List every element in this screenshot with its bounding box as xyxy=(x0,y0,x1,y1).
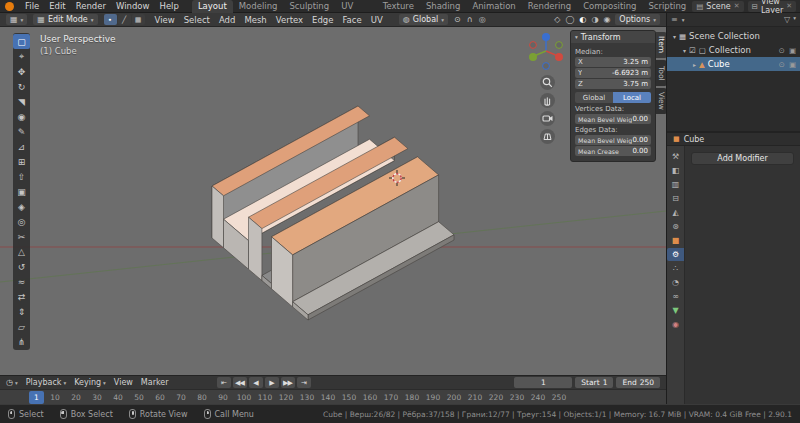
frame-start-field[interactable]: Start 1 xyxy=(575,377,613,388)
gizmo-y-axis[interactable] xyxy=(529,53,537,61)
workspace-tab-compositing[interactable]: Compositing xyxy=(577,0,642,13)
workspace-tab-sculpting[interactable]: Sculpting xyxy=(283,0,335,13)
global-button[interactable]: Global xyxy=(575,92,613,103)
3d-viewport[interactable]: User Perspective (1) Cube ▢ ⌖ ✥ ↻ ◥ ◉ ✎ … xyxy=(0,27,666,375)
menu-face[interactable]: Face xyxy=(343,15,362,25)
scene-unlink-icon[interactable]: ✕ xyxy=(734,2,740,10)
menu-view[interactable]: View xyxy=(155,15,175,25)
tool-inset-faces[interactable]: ▣ xyxy=(13,184,30,199)
median-y-field[interactable]: Y -6.6923 m xyxy=(575,68,651,78)
outliner-row-scene-collection[interactable]: ▾ ▦ Scene Collection xyxy=(667,29,800,43)
edge-select-button[interactable]: ╱ xyxy=(118,14,131,25)
sidebar-tab-tool[interactable]: Tool xyxy=(656,60,666,86)
mesh-face-wall-b-endcap[interactable] xyxy=(249,217,262,280)
menu-render[interactable]: Render xyxy=(71,0,111,13)
menu-uv[interactable]: UV xyxy=(371,15,383,25)
tab-object[interactable]: ■ xyxy=(667,234,684,247)
view-layer-selector[interactable]: ⊟ View Layer ✕ xyxy=(748,1,796,12)
tab-material[interactable]: ◉ xyxy=(667,318,684,331)
shading-material-icon[interactable]: ◑ xyxy=(591,15,598,24)
pivot-point-icon[interactable]: ⊙ xyxy=(454,15,461,24)
tool-move[interactable]: ✥ xyxy=(13,64,30,79)
tab-physics[interactable]: ◔ xyxy=(667,276,684,289)
orientation-dropdown[interactable]: ◍ Global ▾ xyxy=(399,14,448,25)
sidebar-tab-item[interactable]: Item xyxy=(656,32,666,58)
jump-to-end-button[interactable]: ⇥ xyxy=(297,377,311,388)
tool-shear[interactable]: ▱ xyxy=(13,319,30,334)
keying-menu[interactable]: Keying ▾ xyxy=(74,378,106,387)
mesh-face-wall-a-endcap[interactable] xyxy=(212,186,224,248)
vertex-select-button[interactable]: ∙ xyxy=(104,14,117,25)
3d-model[interactable] xyxy=(0,27,666,375)
tool-scale[interactable]: ◥ xyxy=(13,94,30,109)
menu-help[interactable]: Help xyxy=(154,0,183,13)
blender-logo-icon[interactable] xyxy=(5,2,14,11)
tab-constraints[interactable]: ∞ xyxy=(667,290,684,303)
workspace-tab-animation[interactable]: Animation xyxy=(466,0,521,13)
playback-menu[interactable]: Playback ▾ xyxy=(26,378,66,387)
expand-arrow-icon[interactable]: ▾ xyxy=(683,47,686,54)
shading-rendered-icon[interactable]: ◉ xyxy=(603,15,610,24)
marker-menu[interactable]: Marker xyxy=(141,378,169,387)
options-dropdown[interactable]: Options ▾ xyxy=(615,14,660,25)
snap-magnet-icon[interactable]: ∩ xyxy=(467,15,473,24)
proportional-editing-icon[interactable]: ◎ xyxy=(479,15,486,24)
tab-object-data[interactable]: ▼ xyxy=(667,304,684,317)
eye-icon[interactable]: ⊙ xyxy=(779,60,785,69)
tab-output[interactable]: ▥ xyxy=(667,178,684,191)
expand-arrow-icon[interactable]: ▸ xyxy=(693,61,696,68)
vertex-bevel-weight-field[interactable]: Mean Bevel Weight: 0.00 xyxy=(575,114,651,124)
navigation-gizmo[interactable] xyxy=(524,29,568,73)
workspace-tab-shading[interactable]: Shading xyxy=(420,0,467,13)
tool-transform[interactable]: ◉ xyxy=(13,109,30,124)
tool-select-box[interactable]: ▢ xyxy=(13,34,30,49)
gizmo-z-negative[interactable] xyxy=(543,63,550,70)
local-button[interactable]: Local xyxy=(613,92,651,103)
tab-render[interactable]: ◧ xyxy=(667,164,684,177)
tab-particles[interactable]: ∴ xyxy=(667,262,684,275)
eye-icon[interactable]: ⊙ xyxy=(779,46,785,55)
menu-window[interactable]: Window xyxy=(111,0,155,13)
frame-end-field[interactable]: End 250 xyxy=(616,377,660,388)
tool-shrink-fatten[interactable]: ⇕ xyxy=(13,304,30,319)
timeline-editor-icon[interactable]: ◷ ▾ xyxy=(6,378,18,387)
median-z-field[interactable]: Z 3.75 m xyxy=(575,79,651,89)
gizmo-x-negative[interactable] xyxy=(530,42,537,49)
previous-keyframe-button[interactable]: ◀◀ xyxy=(233,377,247,388)
shading-solid-icon[interactable]: ◐ xyxy=(579,15,586,24)
menu-edge[interactable]: Edge xyxy=(312,15,333,25)
render-visibility-icon[interactable]: ▣ xyxy=(789,46,796,55)
workspace-tab-modeling[interactable]: Modeling xyxy=(233,0,284,13)
workspace-tab-scripting[interactable]: Scripting xyxy=(642,0,692,13)
face-select-button[interactable]: ▦ xyxy=(132,14,145,25)
scene-selector[interactable]: ▤ Scene ✕ xyxy=(692,1,743,12)
workspace-tab-uv-editing[interactable]: UV Editing xyxy=(335,0,377,13)
median-x-field[interactable]: X 3.25 m xyxy=(575,57,651,67)
tool-knife[interactable]: ✂ xyxy=(13,229,30,244)
gizmo-x-axis[interactable] xyxy=(555,53,563,61)
tool-bevel[interactable]: ◈ xyxy=(13,199,30,214)
menu-file[interactable]: File xyxy=(20,0,44,13)
tab-tool[interactable]: ⚒ xyxy=(667,150,684,163)
edge-bevel-weight-field[interactable]: Mean Bevel Weight 0.00 xyxy=(575,135,651,145)
play-reverse-button[interactable]: ◀ xyxy=(249,377,263,388)
menu-select[interactable]: Select xyxy=(184,15,210,25)
zoom-button[interactable] xyxy=(540,75,555,90)
outliner-row-collection[interactable]: ▾ ☑ ▢ Collection ⊙ ▣ xyxy=(667,43,800,57)
menu-edit[interactable]: Edit xyxy=(44,0,70,13)
tool-extrude-region[interactable]: ⇧ xyxy=(13,169,30,184)
next-keyframe-button[interactable]: ▶▶ xyxy=(281,377,295,388)
tool-rotate[interactable]: ↻ xyxy=(13,79,30,94)
expand-arrow-icon[interactable]: ▾ xyxy=(673,33,676,40)
tool-smooth[interactable]: ≈ xyxy=(13,274,30,289)
tab-view-layer[interactable]: ⊟ xyxy=(667,192,684,205)
workspace-tab-layout[interactable]: Layout xyxy=(192,0,233,13)
mode-dropdown[interactable]: ▦ Edit Mode ▾ xyxy=(33,14,97,25)
workspace-tab-texture-paint[interactable]: Texture Paint xyxy=(377,0,420,13)
transform-panel-header[interactable]: ▾ Transform xyxy=(571,31,655,43)
outliner-row-cube[interactable]: ▸ ▲ Cube ⊙ ▣ xyxy=(667,57,800,71)
tab-scene[interactable]: ◭ xyxy=(667,206,684,219)
timeline-ruler[interactable]: 1 0 10 20 30 40 50 60 70 80 90 100 110 1… xyxy=(0,389,666,404)
camera-view-button[interactable] xyxy=(540,111,555,126)
gizmo-z-axis[interactable] xyxy=(542,33,550,41)
